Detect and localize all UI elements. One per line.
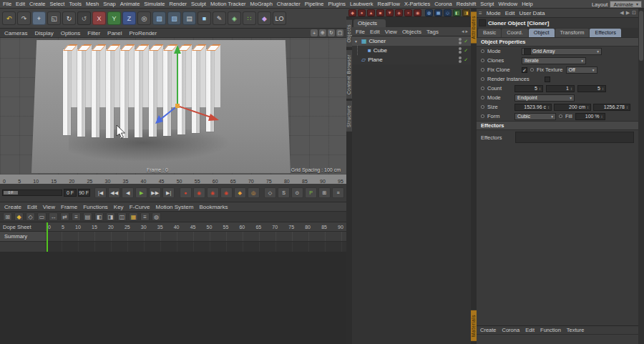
dopesheet-ruler[interactable]: 051015202530354045505560657075808590 [45, 222, 346, 232]
anim-dot[interactable] [481, 59, 484, 62]
corona-icon-3[interactable]: ◇ [444, 9, 452, 16]
tree-item-cube[interactable]: ■ Cube ✓ [352, 46, 471, 55]
stepper-icon[interactable]: ↕ [602, 87, 604, 91]
corona-icon-4[interactable]: ◧ [453, 9, 461, 16]
menu-item[interactable]: Select [50, 1, 65, 7]
stepper-icon[interactable]: ↕ [601, 114, 603, 119]
visibility-dots[interactable] [459, 56, 462, 63]
menu-item[interactable]: Character [277, 1, 301, 7]
object-menu-item[interactable]: Edit [370, 29, 380, 35]
summary-track[interactable] [45, 232, 346, 242]
subdivision-surface-icon[interactable]: ◈ [228, 11, 241, 25]
expander-icon[interactable]: ▾ [355, 39, 359, 44]
plugin-icon-8[interactable]: ◉ [414, 9, 421, 16]
render-settings-icon[interactable]: ▤ [182, 11, 196, 25]
material-menu-item[interactable]: Texture [567, 327, 585, 333]
menu-overflow-icon[interactable]: ◂ ▸ [462, 29, 468, 34]
redo-icon[interactable]: ↷ [17, 11, 31, 25]
timeline-menu-item[interactable]: Create [4, 204, 21, 210]
menu-item[interactable]: Animate [120, 1, 140, 7]
menu-item[interactable]: Sculpt [191, 1, 206, 7]
attribute-menu-item[interactable]: Mode [487, 10, 501, 16]
tl-icon-move[interactable]: ↔ [49, 212, 58, 221]
undo-icon[interactable]: ↶ [2, 11, 16, 25]
anim-dot[interactable] [481, 77, 484, 81]
material-menu-item[interactable]: Create [480, 327, 497, 333]
prev-key-button[interactable]: ◀◀ [108, 187, 120, 198]
vertical-tab-attributes[interactable]: Attributes [471, 11, 477, 43]
menu-item[interactable]: Mesh [86, 1, 99, 7]
record-rotation-button[interactable]: ◉ [220, 187, 233, 198]
viewport-menu-item[interactable]: Filter [87, 30, 100, 36]
mode-dropdown[interactable]: Grid Array ▾ [522, 48, 602, 55]
summary-track-label[interactable]: Summary [0, 232, 45, 242]
size-field[interactable]: 1256.278 ↕ [593, 104, 630, 111]
layout-select[interactable]: Animate ▾ [610, 1, 642, 8]
fix-clone-checkbox[interactable]: ✓ [522, 67, 527, 73]
next-key-button[interactable]: ▶▶ [149, 187, 161, 198]
tab-objects[interactable]: Objects [353, 19, 386, 27]
corona-icon-5[interactable]: ◨ [462, 9, 470, 16]
range-end-field[interactable]: 90 F [78, 189, 90, 197]
burger-icon[interactable]: ≡ [479, 10, 482, 16]
tl-icon-menu[interactable]: ≡ [140, 212, 150, 221]
timeline-slider-handle[interactable]: 0 F [4, 191, 18, 195]
anim-dot[interactable] [481, 96, 484, 99]
plugin-icon-4[interactable]: ■ [376, 9, 384, 16]
x-axis-lock-icon[interactable]: X [92, 11, 106, 25]
vertical-tab-materials[interactable]: Materials [471, 310, 477, 341]
menu-item[interactable]: Edit [16, 1, 25, 7]
tl-icon-key[interactable]: ◆ [14, 212, 24, 221]
count-field[interactable]: 1 ↕ [546, 85, 575, 92]
menu-item[interactable]: Corona [434, 1, 452, 7]
anim-dot[interactable] [481, 114, 484, 118]
vertical-tab[interactable]: Objects [346, 20, 352, 47]
plugin-icon-3[interactable]: ▲ [367, 9, 375, 16]
snapshot-button[interactable]: ⊙ [291, 187, 303, 198]
history-back-icon[interactable]: ◀ [620, 10, 623, 16]
attribute-tab[interactable]: Effectors [590, 29, 620, 37]
object-menu-item[interactable]: Objects [402, 29, 421, 35]
rotate-tool-icon[interactable]: ↻ [62, 11, 76, 25]
perspective-viewport[interactable]: Frame : 0 Grid Spacing : 100 cm [0, 38, 346, 175]
record-parameter-button[interactable]: ◆ [234, 187, 246, 198]
menu-item[interactable]: Pipeline [305, 1, 324, 7]
vertical-tab[interactable]: Content Browser [346, 50, 352, 99]
fix-texture-dropdown[interactable]: Off ▾ [566, 67, 597, 74]
record-position-button[interactable]: ◉ [193, 187, 205, 198]
menu-item[interactable]: Script [480, 1, 494, 7]
size-field[interactable]: 1523.96 c ↕ [514, 104, 552, 111]
stepper-icon[interactable]: ↕ [587, 105, 589, 109]
autokey-button[interactable]: ◎ [248, 187, 260, 198]
form-dropdown[interactable]: Cubic ▾ [514, 113, 556, 120]
stepper-icon[interactable]: ↕ [626, 105, 628, 109]
enabled-check-icon[interactable]: ✓ [464, 48, 468, 54]
object-menu-item[interactable]: View [385, 29, 397, 35]
attribute-menu-item[interactable]: Edit [505, 10, 515, 16]
anim-dot[interactable] [481, 105, 484, 109]
record-keyframe-button[interactable]: ● [180, 187, 192, 198]
stepper-icon[interactable]: ↕ [547, 105, 550, 109]
attributes-scrollbar[interactable] [638, 9, 644, 344]
keyframe-selection-button[interactable]: ◇ [264, 187, 276, 198]
timeline-menu-item[interactable]: F-Curve [130, 204, 150, 210]
prev-frame-button[interactable]: ◀ [122, 187, 134, 198]
enabled-check-icon[interactable]: ✓ [464, 57, 468, 63]
grid-button[interactable]: ⊞ [318, 187, 331, 198]
render-view-icon[interactable]: ▧ [152, 11, 166, 25]
mograph-menu-icon[interactable]: ∷ [243, 11, 256, 25]
record-scale-button[interactable]: ◉ [207, 187, 219, 198]
solo-button[interactable]: S [278, 187, 290, 198]
menu-item[interactable]: Tools [69, 1, 82, 7]
material-menu-item[interactable]: Function [540, 327, 561, 333]
tl-icon-dot[interactable]: ◍ [152, 212, 161, 221]
powerslider-ruler[interactable]: 05101520253035404550556065707580859095 [0, 175, 346, 184]
object-menu-item[interactable]: File [356, 29, 365, 35]
tl-icon-rows[interactable]: ▤ [83, 212, 92, 221]
menu-item[interactable]: Snap [103, 1, 116, 7]
primitive-cube-icon[interactable]: ■ [197, 11, 211, 25]
corona-icon-2[interactable]: ▦ [434, 9, 442, 16]
tl-icon-grid[interactable]: ⊞ [3, 212, 12, 221]
tl-icon-right[interactable]: ◨ [106, 212, 115, 221]
timeline-playhead[interactable] [47, 222, 48, 252]
